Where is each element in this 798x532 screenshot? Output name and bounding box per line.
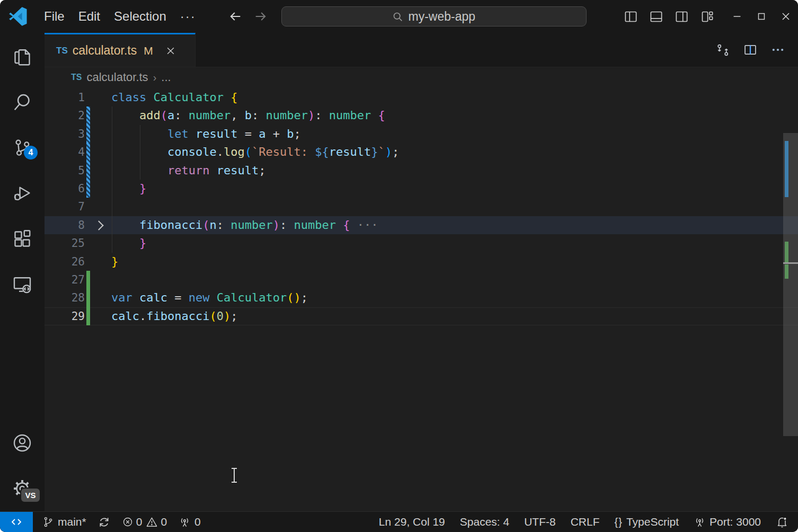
toggle-panel-button[interactable] — [645, 6, 667, 27]
breadcrumb-symbol[interactable]: ... — [161, 70, 171, 84]
menu-file[interactable]: File — [37, 6, 72, 26]
code-line-25[interactable]: 25 } — [45, 234, 798, 252]
line-number: 6 — [78, 180, 85, 198]
gutter[interactable]: 27 — [45, 271, 111, 289]
command-center-search[interactable]: my-web-app — [281, 6, 587, 26]
more-actions-icon[interactable] — [770, 42, 785, 57]
gutter[interactable]: 3 — [45, 125, 111, 143]
tab-close-button[interactable] — [163, 43, 178, 58]
gutter[interactable]: 4 — [45, 143, 111, 161]
activity-remote-explorer[interactable] — [0, 262, 45, 307]
code-line-29[interactable]: 29calc.fibonacci(0); — [45, 307, 798, 325]
status-bar: main* 0 0 — [0, 511, 798, 532]
code-text: console.log(`Result: ${result}`); — [111, 143, 399, 161]
back-button[interactable] — [226, 7, 244, 25]
code-line-7[interactable]: 7 — [45, 198, 798, 216]
activity-search[interactable] — [0, 79, 45, 125]
error-icon — [122, 516, 134, 528]
language-mode-item[interactable]: {} TypeScript — [615, 516, 679, 528]
code-line-8[interactable]: 8 fibonacci(n: number): number { ··· — [45, 216, 798, 234]
account-icon — [11, 432, 33, 454]
toggle-secondary-sidebar-button[interactable] — [671, 6, 692, 27]
gutter[interactable]: 8 — [45, 216, 111, 234]
sync-changes-button[interactable] — [98, 516, 110, 528]
activity-settings[interactable]: VS — [0, 466, 45, 511]
statusbar-left: main* 0 0 — [42, 512, 201, 532]
gutter[interactable]: 2 — [45, 107, 111, 125]
activity-extensions[interactable] — [0, 216, 45, 262]
workbench: 4 — [0, 33, 798, 511]
line-number: 8 — [78, 216, 85, 234]
split-editor-icon[interactable] — [743, 42, 758, 57]
code-editor[interactable]: 1class Calculator {2 add(a: number, b: n… — [45, 87, 798, 511]
problems-item[interactable]: 0 0 — [122, 516, 167, 528]
menu-more-button[interactable]: ··· — [173, 6, 203, 26]
fold-chevron-icon[interactable] — [94, 220, 103, 230]
breadcrumb: TS calculator.ts › ... — [45, 67, 798, 87]
port-forward-item[interactable]: Port: 3000 — [694, 516, 761, 528]
gutter[interactable]: 6 — [45, 180, 111, 198]
indentation-item[interactable]: Spaces: 4 — [460, 516, 509, 528]
customize-layout-button[interactable] — [696, 6, 717, 27]
settings-vs-badge: VS — [20, 487, 41, 503]
code-text: } — [111, 253, 118, 271]
code-line-5[interactable]: 5 return result; — [45, 162, 798, 180]
overview-ruler-modified-mark — [785, 141, 788, 197]
code-line-4[interactable]: 4 console.log(`Result: ${result}`); — [45, 143, 798, 161]
minimize-button[interactable] — [725, 0, 749, 33]
vscode-window: File Edit Selection ··· my-web-app — [0, 0, 798, 532]
gutter[interactable]: 29 — [45, 307, 111, 325]
port-text: Port: 3000 — [710, 516, 761, 528]
cursor-position-item[interactable]: Ln 29, Col 19 — [379, 516, 445, 528]
maximize-button[interactable] — [749, 0, 774, 33]
gutter[interactable]: 1 — [45, 88, 111, 107]
layout-controls — [620, 6, 717, 27]
activity-run-debug[interactable] — [0, 171, 45, 216]
gutter[interactable]: 26 — [45, 253, 111, 271]
indent-guide — [140, 125, 140, 180]
overview-ruler-cursor-mark — [783, 262, 798, 264]
code-line-2[interactable]: 2 add(a: number, b: number): number { — [45, 107, 798, 125]
tab-calculator-ts[interactable]: TS calculator.ts M — [45, 33, 196, 67]
activity-source-control[interactable]: 4 — [0, 125, 45, 171]
code-line-3[interactable]: 3 let result = a + b; — [45, 125, 798, 143]
menu-selection[interactable]: Selection — [107, 6, 173, 26]
line-number: 26 — [72, 253, 85, 271]
toggle-primary-sidebar-button[interactable] — [620, 6, 641, 27]
menu-edit[interactable]: Edit — [72, 6, 107, 26]
code-line-27[interactable]: 27 — [45, 271, 798, 289]
close-icon — [779, 10, 792, 23]
gutter[interactable]: 25 — [45, 234, 111, 252]
branch-name: main* — [58, 516, 86, 528]
gutter[interactable]: 7 — [45, 198, 111, 216]
close-icon — [165, 46, 176, 56]
ports-item[interactable]: 0 — [179, 516, 201, 528]
code-line-6[interactable]: 6 } — [45, 180, 798, 198]
encoding-item[interactable]: UTF-8 — [524, 516, 556, 528]
branch-icon — [42, 516, 54, 528]
breadcrumb-file[interactable]: calculator.ts — [86, 70, 148, 84]
forward-button[interactable] — [252, 7, 270, 25]
radio-tower-icon — [694, 516, 706, 528]
ports-count: 0 — [194, 516, 201, 528]
code-line-1[interactable]: 1class Calculator { — [45, 88, 798, 107]
git-branch-item[interactable]: main* — [42, 516, 86, 528]
gutter[interactable]: 28 — [45, 289, 111, 307]
error-count: 0 — [136, 516, 143, 528]
code-line-28[interactable]: 28var calc = new Calculator(); — [45, 289, 798, 307]
remote-indicator[interactable] — [0, 512, 33, 532]
open-changes-icon[interactable] — [716, 43, 730, 57]
minimize-icon — [731, 11, 743, 22]
close-window-button[interactable] — [774, 0, 798, 33]
code-text: } — [111, 234, 146, 252]
code-text: fibonacci(n: number): number { ··· — [111, 216, 378, 234]
activity-explorer[interactable] — [0, 34, 45, 79]
explorer-files-icon — [11, 46, 33, 68]
git-modified-gutter-bar — [86, 162, 90, 180]
activity-accounts[interactable] — [0, 420, 45, 466]
gutter[interactable]: 5 — [45, 162, 111, 180]
notifications-bell-button[interactable] — [776, 516, 788, 528]
remote-explorer-icon — [11, 273, 33, 296]
code-line-26[interactable]: 26} — [45, 253, 798, 271]
eol-item[interactable]: CRLF — [571, 516, 600, 528]
